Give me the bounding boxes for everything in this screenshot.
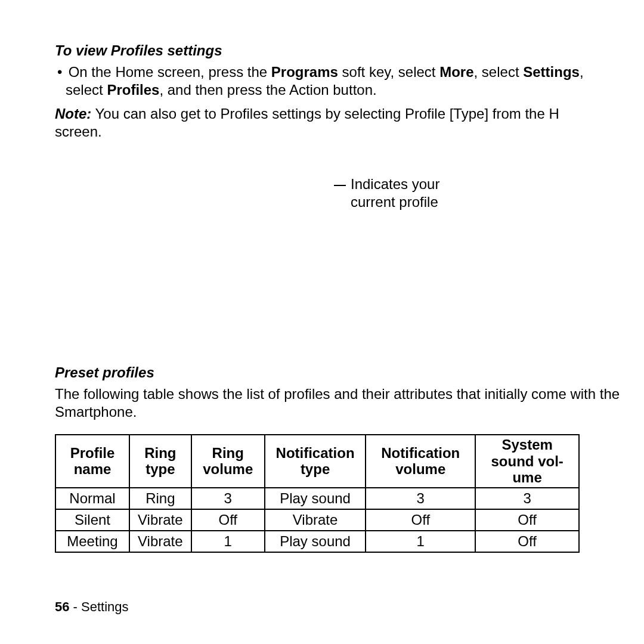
preset-profiles-section: Preset profiles The following table show… [55, 364, 620, 553]
footer-sep: - [69, 599, 81, 614]
instr-text-5: , and then press the Action button. [159, 82, 376, 98]
document-page: To view Profiles settings • On the Home … [0, 0, 644, 644]
callout-line-2: current profile [351, 194, 438, 210]
instr-bold-more: More [439, 64, 473, 80]
section-title-view-profiles: To view Profiles settings [55, 42, 620, 60]
cell: 1 [191, 531, 265, 552]
note-text: You can also get to Profiles settings by… [91, 106, 559, 122]
table-row: Silent Vibrate Off Vibrate Off Off [55, 509, 579, 531]
table-row: Meeting Vibrate 1 Play sound 1 Off [55, 531, 579, 552]
instr-bold-profiles: Profiles [107, 82, 159, 98]
cell: Off [191, 509, 265, 531]
callout-leader-line [334, 185, 346, 186]
col-header-ring-type: Ring type [129, 435, 191, 488]
instr-text-3: , select [474, 64, 524, 80]
cell: Vibrate [129, 531, 191, 552]
cell: Off [475, 509, 579, 531]
instr-text-2: soft key, select [338, 64, 439, 80]
cell: Vibrate [129, 509, 191, 531]
cell: 3 [366, 488, 475, 509]
col-header-notification-volume: Notification volume [366, 435, 475, 488]
col-header-notification-type: Notification type [265, 435, 366, 488]
note-tail: screen. [55, 123, 102, 140]
callout-line-1: Indicates your [351, 176, 439, 192]
section-title-preset-profiles: Preset profiles [55, 364, 620, 382]
cell: Normal [55, 488, 129, 509]
cell: 1 [366, 531, 475, 552]
footer-section-label: Settings [81, 599, 129, 614]
cell: Ring [129, 488, 191, 509]
cell: Off [475, 531, 579, 552]
view-profiles-instruction: • On the Home screen, press the Programs… [55, 63, 620, 99]
instr-bold-settings: Settings [523, 64, 580, 80]
cell: Off [366, 509, 475, 531]
note-paragraph: Note: You can also get to Profiles setti… [55, 105, 620, 141]
cell: Meeting [55, 531, 129, 552]
cell: Silent [55, 509, 129, 531]
page-number: 56 [55, 599, 69, 614]
table-header-row: Profile name Ring type Ring volume Notif… [55, 435, 579, 488]
bullet-dot: • [57, 63, 64, 81]
col-header-profile-name: Profile name [55, 435, 129, 488]
instr-bold-programs: Programs [271, 64, 338, 80]
note-label: Note: [55, 106, 91, 122]
cell: Play sound [265, 488, 366, 509]
cell: Play sound [265, 531, 366, 552]
preset-profiles-description: The following table shows the list of pr… [55, 385, 620, 421]
instr-text-1: On the Home screen, press the [69, 64, 271, 80]
profiles-table: Profile name Ring type Ring volume Notif… [55, 434, 580, 553]
table-row: Normal Ring 3 Play sound 3 3 [55, 488, 579, 509]
col-header-system-sound-volume: System sound vol-ume [475, 435, 579, 488]
page-footer: 56 - Settings [55, 599, 129, 615]
cell: 3 [475, 488, 579, 509]
cell: 3 [191, 488, 265, 509]
callout-text: Indicates your current profile [351, 175, 500, 211]
col-header-ring-volume: Ring volume [191, 435, 265, 488]
cell: Vibrate [265, 509, 366, 531]
